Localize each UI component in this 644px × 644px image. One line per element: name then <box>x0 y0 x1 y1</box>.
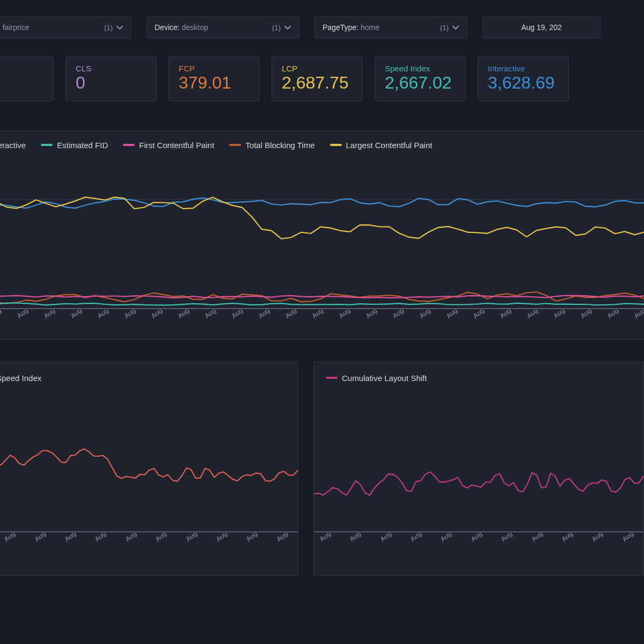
filter-device-value: desktop <box>182 23 208 32</box>
legend-speed-label: Speed Index <box>0 374 41 383</box>
tile-speedindex[interactable]: Speed Index 2,667.02 <box>375 56 466 101</box>
filter-pagetype-count: (1) <box>440 24 452 32</box>
tile-cls[interactable]: CLS 0 <box>65 56 157 101</box>
legend-item[interactable]: Largest Contentful Paint <box>330 141 433 150</box>
legend-label: Largest Contentful Paint <box>346 141 433 150</box>
legend-label: First Contentful Paint <box>139 141 214 150</box>
tile-fcp[interactable]: FCP 379.01 <box>169 56 260 101</box>
chart-main-legend: InteractiveEstimated FIDFirst Contentful… <box>0 131 644 150</box>
filter-pagetype-label: PageType: <box>323 23 358 32</box>
legend-cls-label: Cumulative Layout Shift <box>342 374 427 383</box>
legend-item[interactable]: Estimated FID <box>41 141 108 150</box>
legend-label: Total Blocking Time <box>245 141 314 150</box>
tile-score[interactable]: Score .55 <box>0 56 54 101</box>
legend-item[interactable]: Interactive <box>0 141 26 150</box>
legend-label: Interactive <box>0 141 26 150</box>
legend-item[interactable]: First Contentful Paint <box>123 141 214 150</box>
tile-lcp-label: LCP <box>282 64 353 73</box>
tile-score-label: Score <box>0 64 43 73</box>
filter-daterange[interactable]: Aug 19, 202 <box>482 16 601 39</box>
tile-lcp-value: 2,687.75 <box>282 74 353 92</box>
filter-pagetype[interactable]: PageType: home (1) <box>314 16 467 39</box>
legend-cls-item[interactable]: Cumulative Layout Shift <box>326 374 427 383</box>
tile-interactive-label: Interactive <box>488 64 559 73</box>
tile-speedindex-value: 2,667.02 <box>385 74 456 92</box>
tile-speedindex-label: Speed Index <box>385 64 456 73</box>
chart-cls[interactable]: Cumulative Layout Shift Aug 19, 2...Aug … <box>313 361 644 576</box>
legend-swatch-icon <box>229 144 241 146</box>
filter-bar: site: fairprice (1) Device: desktop (1) … <box>0 0 644 50</box>
legend-label: Estimated FID <box>57 141 108 150</box>
filter-date-label: Aug 19, 202 <box>521 23 562 32</box>
filter-pagetype-value: home <box>361 23 379 32</box>
chart-speed-legend: Speed Index <box>0 362 298 383</box>
filter-site-value: fairprice <box>3 23 30 32</box>
tile-interactive[interactable]: Interactive 3,628.69 <box>478 56 569 101</box>
metric-tiles: Score .55 CLS 0 FCP 379.01 LCP 2,687.75 … <box>0 50 644 109</box>
legend-speed-item[interactable]: Speed Index <box>0 374 41 383</box>
chevron-down-icon <box>116 24 123 31</box>
filter-device[interactable]: Device: desktop (1) <box>147 16 299 39</box>
filter-device-count: (1) <box>272 24 284 32</box>
chart-speed-index[interactable]: Speed Index Aug 19, 2...Aug 19, 2...Aug … <box>0 361 298 576</box>
filter-site-count: (1) <box>104 24 116 32</box>
chevron-down-icon <box>452 24 459 31</box>
filter-device-label: Device: <box>155 23 180 32</box>
legend-swatch-icon <box>41 144 53 146</box>
tile-score-value: .55 <box>0 74 43 92</box>
tile-fcp-label: FCP <box>179 64 250 73</box>
legend-swatch-icon <box>326 377 338 379</box>
tile-fcp-value: 379.01 <box>179 74 250 92</box>
filter-site-label: site: <box>0 23 1 32</box>
chart-core-metrics[interactable]: InteractiveEstimated FIDFirst Contentful… <box>0 130 644 340</box>
legend-item[interactable]: Total Blocking Time <box>229 141 314 150</box>
chevron-down-icon <box>284 24 291 31</box>
tile-cls-label: CLS <box>76 64 147 73</box>
chart-cls-legend: Cumulative Layout Shift <box>314 362 643 383</box>
legend-swatch-icon <box>123 144 135 146</box>
tile-cls-value: 0 <box>76 74 147 92</box>
tile-interactive-value: 3,628.69 <box>488 74 559 92</box>
tile-lcp[interactable]: LCP 2,687.75 <box>272 56 363 101</box>
legend-swatch-icon <box>330 144 342 146</box>
filter-site[interactable]: site: fairprice (1) <box>0 16 131 39</box>
